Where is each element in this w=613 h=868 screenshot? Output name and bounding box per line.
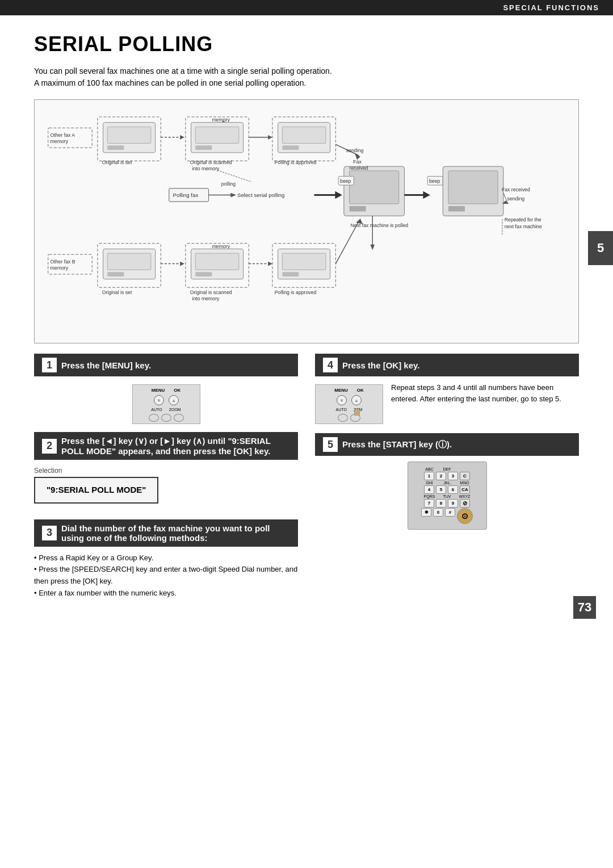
svg-text:Polling is approved: Polling is approved (275, 290, 317, 295)
svg-text:beep: beep (429, 178, 440, 184)
left-column: 1 Press the [MENU] key. MENU OK ▿ ▵ (34, 354, 298, 607)
svg-marker-70 (180, 262, 184, 266)
svg-text:next fax machine: next fax machine (505, 224, 542, 229)
svg-rect-83 (282, 253, 326, 270)
svg-text:Other fax A: Other fax A (51, 132, 75, 138)
menu-btn-down-4: ▿ (337, 395, 347, 405)
svg-rect-14 (195, 127, 239, 143)
right-column: 4 Press the [OK] key. MENU OK ▿ ▵ (315, 354, 579, 607)
svg-rect-76 (195, 272, 212, 276)
svg-marker-57 (370, 245, 375, 250)
step2-number: 2 (42, 439, 57, 454)
intro-text: You can poll several fax machines one at… (34, 65, 579, 89)
step3-bullets: Press a Rapid Key or a Group Key. Press … (34, 552, 298, 599)
svg-rect-84 (282, 272, 299, 276)
svg-text:memory: memory (212, 117, 230, 123)
menu-btn-up: ▵ (169, 395, 179, 405)
svg-text:Original is scanned: Original is scanned (190, 160, 232, 165)
svg-rect-50 (448, 206, 465, 212)
svg-marker-36 (335, 191, 342, 199)
step2-label: Press the [◄] key (∨) or [►] key (∧) unt… (61, 436, 290, 456)
step5-label: Press the [START] key (ⓘ). (342, 439, 452, 450)
menu-btn-down: ▿ (154, 395, 164, 405)
step1-label: Press the [MENU] key. (61, 360, 151, 370)
svg-text:sending: sending (346, 148, 364, 153)
diagram-svg: Other fax A memory Original is set memor… (43, 108, 570, 335)
serial-poll-mode: "9:SERIAL POLL MODE" (34, 477, 158, 504)
svg-rect-49 (448, 171, 498, 204)
step5-number: 5 (323, 437, 338, 452)
svg-text:beep: beep (340, 178, 351, 184)
step2-header: 2 Press the [◄] key (∨) or [►] key (∧) u… (34, 432, 298, 460)
svg-text:Polling fax: Polling fax (173, 192, 199, 198)
svg-text:into memory: into memory (192, 166, 220, 171)
svg-marker-19 (268, 135, 272, 140)
svg-text:memory: memory (51, 139, 69, 144)
svg-text:Repeated for the: Repeated for the (505, 217, 541, 223)
svg-marker-33 (230, 193, 236, 198)
svg-text:memory: memory (51, 265, 69, 271)
diagram: Other fax A memory Original is set memor… (34, 99, 579, 343)
svg-rect-66 (107, 253, 151, 270)
svg-line-86 (335, 221, 359, 264)
svg-text:Original is set: Original is set (102, 290, 132, 295)
svg-rect-23 (282, 145, 299, 150)
step2-content: Selection "9:SERIAL POLL MODE" (34, 466, 298, 511)
svg-rect-5 (107, 127, 151, 143)
svg-rect-6 (107, 145, 124, 150)
step3-number: 3 (42, 526, 57, 540)
step3-bullet-1: Press a Rapid Key or a Group Key. (34, 552, 298, 564)
svg-rect-22 (282, 127, 326, 143)
step4-label: Press the [OK] key. (342, 360, 419, 370)
step4-number: 4 (323, 358, 338, 372)
step1-header: 1 Press the [MENU] key. (34, 354, 298, 376)
svg-line-53 (503, 193, 507, 202)
svg-text:Polling is approved: Polling is approved (275, 160, 317, 165)
step3-content: Press a Rapid Key or a Group Key. Press … (34, 552, 298, 599)
page-title: SERIAL POLLING (34, 32, 579, 56)
step3-header: 3 Dial the number of the fax machine you… (34, 519, 298, 547)
top-bar-label: SPECIAL FUNCTIONS (503, 3, 599, 12)
svg-marker-80 (268, 262, 272, 266)
svg-text:sending: sending (507, 196, 525, 202)
step3-label: Dial the number of the fax machine you w… (61, 523, 290, 543)
numeric-keypad: ABC DEF 1 2 3 C GHI JKL MNO (408, 462, 487, 530)
svg-text:Other fax B: Other fax B (51, 259, 75, 265)
svg-rect-15 (195, 145, 212, 150)
selection-label: Selection (34, 466, 298, 476)
svg-line-29 (217, 170, 251, 182)
svg-text:memory: memory (212, 244, 230, 249)
svg-marker-9 (180, 135, 184, 140)
svg-rect-39 (350, 206, 366, 212)
svg-text:into memory: into memory (192, 296, 220, 301)
svg-text:Fax received: Fax received (502, 187, 530, 192)
menu-panel-step4: MENU OK ▿ ▵ AUTO Z​​OM (315, 384, 383, 424)
step3-bullet-2: Press the [SPEED/SEARCH] key and enter a… (34, 564, 298, 588)
svg-text:received: received (350, 165, 368, 171)
svg-rect-75 (195, 253, 239, 270)
menu-btn-up-4: ▵ (351, 395, 362, 405)
chapter-tab: 5 (588, 231, 613, 265)
svg-text:Original is set: Original is set (102, 160, 132, 165)
menu-panel-step1: MENU OK ▿ ▵ AUTO ZOOM (132, 384, 200, 424)
step1-number: 1 (42, 358, 57, 372)
svg-rect-67 (107, 272, 124, 276)
svg-text:Original is scanned: Original is scanned (190, 290, 232, 295)
page-number: 73 (573, 596, 596, 619)
step5-header: 5 Press the [START] key (ⓘ). (315, 433, 579, 456)
step4-note: Repeat steps 3 and 4 until all numbers h… (391, 382, 579, 405)
step4-header: 4 Press the [OK] key. (315, 354, 579, 376)
svg-text:polling: polling (221, 181, 236, 187)
svg-rect-38 (350, 171, 399, 204)
top-bar: SPECIAL FUNCTIONS (0, 0, 613, 15)
svg-text:Fax: Fax (353, 159, 362, 165)
step3-bullet-3: Enter a fax number with the numeric keys… (34, 588, 298, 599)
steps-layout: 1 Press the [MENU] key. MENU OK ▿ ▵ (34, 354, 579, 607)
svg-text:Select serial polling: Select serial polling (237, 192, 284, 198)
svg-marker-45 (423, 191, 430, 199)
